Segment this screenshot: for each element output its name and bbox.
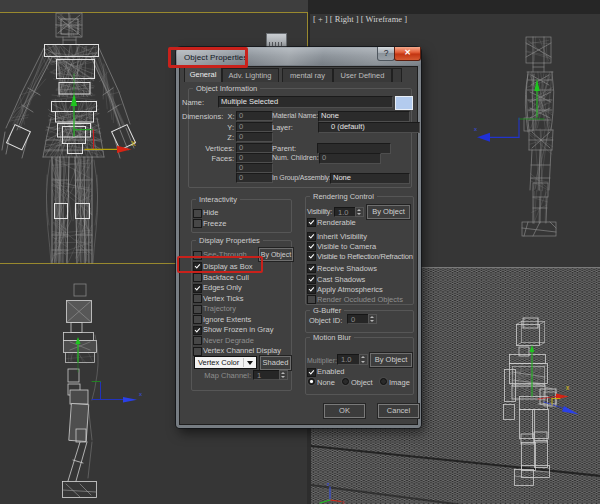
svg-text:x: x: [342, 499, 345, 504]
svg-text:z: z: [327, 481, 330, 487]
svg-text:x: x: [139, 391, 142, 397]
svg-text:x: x: [566, 384, 570, 391]
svg-text:x: x: [474, 126, 477, 132]
svg-text:X: X: [131, 140, 136, 147]
